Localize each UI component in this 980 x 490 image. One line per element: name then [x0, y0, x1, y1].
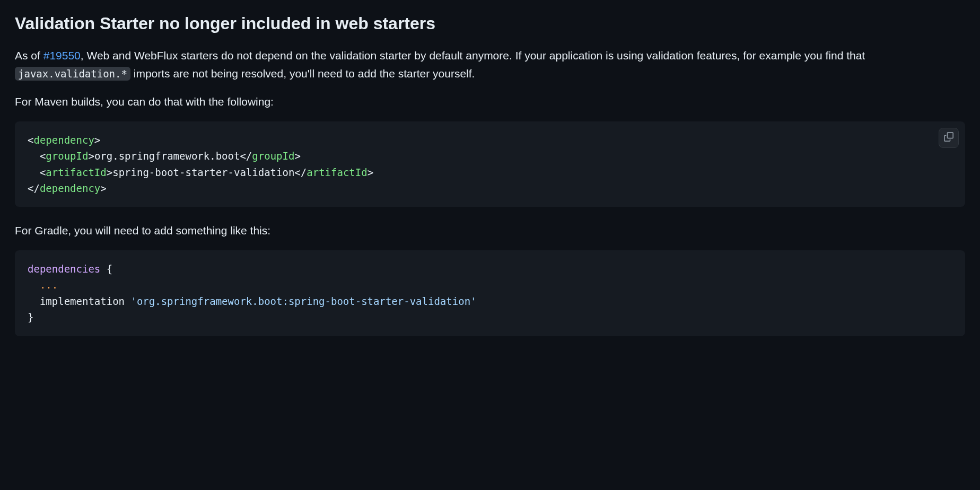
brace-open: {	[100, 263, 112, 275]
indent	[28, 295, 40, 307]
xml-tag: dependency	[33, 134, 94, 146]
xml-tag: dependency	[40, 182, 100, 194]
xml-punct: >	[94, 134, 100, 146]
xml-punct: >	[88, 150, 94, 162]
brace-close: }	[28, 311, 33, 323]
kw-dependencies: dependencies	[28, 263, 100, 275]
indent	[28, 150, 40, 162]
xml-punct: </	[240, 150, 252, 162]
xml-tag: artifactId	[307, 167, 367, 178]
xml-punct: <	[28, 134, 33, 146]
indent	[28, 167, 40, 178]
maven-intro: For Maven builds, you can do that with t…	[15, 93, 965, 111]
issue-link[interactable]: #19550	[43, 49, 81, 62]
maven-code: <dependency> <groupId>org.springframewor…	[28, 132, 952, 197]
xml-punct: <	[40, 150, 46, 162]
impl-kw: implementation	[40, 295, 131, 307]
gradle-code: dependencies { ... implementation 'org.s…	[28, 261, 952, 326]
xml-tag: groupId	[252, 150, 294, 162]
xml-text: spring-boot-starter-validation	[112, 167, 294, 178]
xml-tag: artifactId	[46, 167, 106, 178]
xml-punct: <	[40, 167, 46, 178]
text-pre: As of	[15, 49, 43, 62]
xml-punct: >	[368, 167, 373, 178]
xml-punct: >	[107, 167, 112, 178]
inline-code: javax.validation.*	[15, 67, 130, 81]
xml-tag: groupId	[46, 150, 88, 162]
xml-punct: >	[294, 150, 300, 162]
copy-button[interactable]	[939, 128, 959, 148]
article-section: Validation Starter no longer included in…	[0, 0, 980, 364]
gradle-intro: For Gradle, you will need to add somethi…	[15, 222, 965, 240]
xml-text: org.springframework.boot	[94, 150, 240, 162]
copy-icon	[944, 132, 953, 143]
xml-punct: </	[294, 167, 307, 178]
xml-punct: >	[100, 182, 106, 194]
ellipsis: ...	[40, 279, 58, 291]
xml-punct: </	[28, 182, 40, 194]
section-heading: Validation Starter no longer included in…	[15, 13, 965, 34]
intro-paragraph: As of #19550, Web and WebFlux starters d…	[15, 47, 965, 82]
dep-string: 'org.springframework.boot:spring-boot-st…	[130, 295, 476, 307]
text-post: imports are not being resolved, you'll n…	[130, 67, 475, 80]
maven-code-block: <dependency> <groupId>org.springframewor…	[15, 121, 965, 207]
indent	[28, 279, 40, 291]
text-mid: , Web and WebFlux starters do not depend…	[81, 49, 865, 62]
gradle-code-block: dependencies { ... implementation 'org.s…	[15, 250, 965, 336]
